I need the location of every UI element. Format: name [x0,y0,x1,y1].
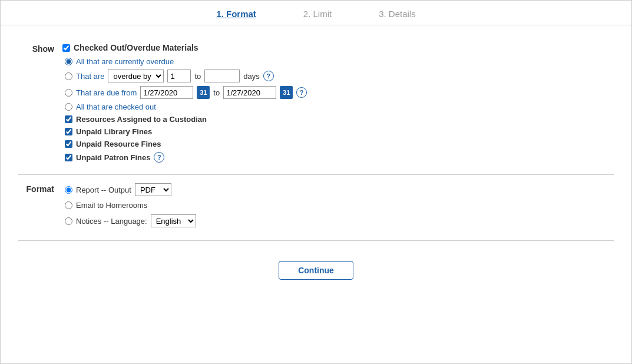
days-label: days [243,72,259,81]
radio-that-are-row: That are overdue by due in to days ? [62,70,614,82]
footer: Continue [1,250,631,288]
language-select[interactable]: English Spanish French [151,214,196,227]
unpaid-resource-checkbox[interactable] [65,140,72,148]
patron-help-icon[interactable]: ? [154,152,164,163]
radio-due-from-row: That are due from 31 to 31 ? [62,86,614,99]
radio-all-checked-out-row: All that are checked out [62,102,614,111]
format-section: Format Report -- Output PDF Excel CSV Em… [18,175,614,241]
notices-label: Notices -- Language: [76,217,147,226]
resources-label: Resources Assigned to a Custodian [76,115,207,124]
all-checked-out-label: All that are checked out [76,102,156,111]
format-email-row: Email to Homerooms [62,201,614,210]
date-from-input[interactable] [140,86,193,99]
show-section: Show Checked Out/Overdue Materials All t… [18,35,614,175]
checked-out-row: Checked Out/Overdue Materials [62,43,614,52]
format-body: Report -- Output PDF Excel CSV Email to … [62,183,614,232]
calendar-from-button[interactable]: 31 [197,86,210,99]
show-body: Checked Out/Overdue Materials All that a… [62,43,614,166]
wizard-tabs: 1. Format 2. Limit 3. Details [1,1,631,25]
overdue-to-input[interactable] [204,70,240,82]
tab-format[interactable]: 1. Format [216,9,256,19]
radio-that-are[interactable] [65,72,72,80]
unpaid-patron-checkbox[interactable] [65,154,72,161]
unpaid-patron-label: Unpaid Patron Fines [76,153,150,162]
format-report-row: Report -- Output PDF Excel CSV [62,183,614,196]
due-from-label: That are due from [76,88,137,97]
checked-out-checkbox[interactable] [62,44,70,52]
unpaid-resource-row: Unpaid Resource Fines [62,140,614,148]
unpaid-resource-label: Unpaid Resource Fines [76,140,161,148]
radio-due-from[interactable] [65,89,72,97]
unpaid-library-checkbox[interactable] [65,128,72,135]
radio-notices[interactable] [65,217,72,225]
continue-button[interactable]: Continue [279,261,353,280]
overdue-by-select[interactable]: overdue by due in [108,70,164,82]
resources-checkbox[interactable] [65,115,72,123]
unpaid-library-row: Unpaid Library Fines [62,127,614,136]
overdue-from-input[interactable] [167,70,191,82]
radio-all-overdue[interactable] [65,58,72,65]
unpaid-patron-row: Unpaid Patron Fines ? [62,152,614,163]
unpaid-library-label: Unpaid Library Fines [76,127,152,136]
resources-row: Resources Assigned to a Custodian [62,115,614,124]
radio-all-checked-out[interactable] [65,103,72,111]
tab-limit[interactable]: 2. Limit [303,9,332,19]
show-label: Show [18,43,62,54]
format-notices-row: Notices -- Language: English Spanish Fre… [62,214,614,227]
email-label: Email to Homerooms [76,201,147,210]
radio-report[interactable] [65,186,72,194]
checked-out-label: Checked Out/Overdue Materials [74,43,198,52]
date-to-input[interactable] [223,86,276,99]
due-from-help-icon[interactable]: ? [296,87,307,98]
to-text-1: to [194,72,201,81]
radio-all-overdue-label: All that are currently overdue [76,57,174,66]
to-text-2: to [213,88,220,97]
report-label: Report -- Output [76,186,131,194]
overdue-help-icon[interactable]: ? [263,71,274,81]
format-label: Format [18,183,62,194]
radio-all-overdue-row: All that are currently overdue [62,57,614,66]
calendar-to-button[interactable]: 31 [280,86,293,99]
that-are-label: That are [76,72,104,81]
radio-email[interactable] [65,201,72,209]
main-content: Show Checked Out/Overdue Materials All t… [1,25,631,250]
output-select[interactable]: PDF Excel CSV [135,183,171,196]
tab-details[interactable]: 3. Details [379,9,416,19]
